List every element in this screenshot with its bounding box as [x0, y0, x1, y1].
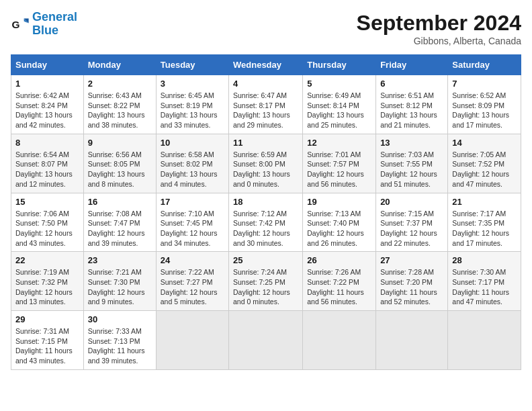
col-header-tuesday: Tuesday: [156, 55, 228, 75]
day-cell: 8Sunrise: 6:54 AM Sunset: 8:07 PM Daylig…: [11, 134, 84, 193]
day-number: 26: [307, 255, 371, 265]
day-number: 14: [452, 138, 517, 148]
day-cell: 25Sunrise: 7:24 AM Sunset: 7:25 PM Dayli…: [229, 252, 303, 311]
day-cell: 15Sunrise: 7:06 AM Sunset: 7:50 PM Dayli…: [11, 193, 84, 252]
day-number: 15: [15, 197, 79, 207]
day-detail: Sunrise: 6:49 AM Sunset: 8:14 PM Dayligh…: [307, 91, 371, 130]
day-cell: 30Sunrise: 7:33 AM Sunset: 7:13 PM Dayli…: [83, 311, 156, 370]
day-detail: Sunrise: 6:54 AM Sunset: 8:07 PM Dayligh…: [15, 150, 79, 189]
day-detail: Sunrise: 6:58 AM Sunset: 8:02 PM Dayligh…: [161, 150, 224, 189]
day-number: 16: [88, 197, 152, 207]
day-detail: Sunrise: 6:51 AM Sunset: 8:12 PM Dayligh…: [380, 91, 443, 130]
day-cell: [156, 311, 228, 370]
logo: G General Blue: [11, 11, 77, 38]
day-number: 5: [307, 79, 371, 89]
day-cell: 28Sunrise: 7:30 AM Sunset: 7:17 PM Dayli…: [448, 252, 521, 311]
svg-text:G: G: [11, 18, 19, 30]
day-detail: Sunrise: 6:56 AM Sunset: 8:05 PM Dayligh…: [88, 150, 152, 189]
day-number: 23: [88, 255, 152, 265]
day-cell: 24Sunrise: 7:22 AM Sunset: 7:27 PM Dayli…: [156, 252, 228, 311]
day-number: 8: [15, 138, 79, 148]
day-cell: 18Sunrise: 7:12 AM Sunset: 7:42 PM Dayli…: [229, 193, 303, 252]
title-block: September 2024 Gibbons, Alberta, Canada: [357, 11, 521, 46]
day-cell: 12Sunrise: 7:01 AM Sunset: 7:57 PM Dayli…: [303, 134, 376, 193]
day-detail: Sunrise: 7:24 AM Sunset: 7:25 PM Dayligh…: [233, 267, 298, 307]
day-cell: 26Sunrise: 7:26 AM Sunset: 7:22 PM Dayli…: [303, 252, 376, 311]
day-detail: Sunrise: 7:28 AM Sunset: 7:20 PM Dayligh…: [380, 267, 443, 307]
day-cell: 23Sunrise: 7:21 AM Sunset: 7:30 PM Dayli…: [83, 252, 156, 311]
week-row-5: 29Sunrise: 7:31 AM Sunset: 7:15 PM Dayli…: [11, 311, 521, 370]
day-cell: [448, 311, 521, 370]
day-number: 17: [161, 197, 224, 207]
day-detail: Sunrise: 7:01 AM Sunset: 7:57 PM Dayligh…: [307, 150, 371, 189]
day-number: 21: [452, 197, 517, 207]
week-row-4: 22Sunrise: 7:19 AM Sunset: 7:32 PM Dayli…: [11, 252, 521, 311]
day-cell: 9Sunrise: 6:56 AM Sunset: 8:05 PM Daylig…: [83, 134, 156, 193]
day-detail: Sunrise: 7:31 AM Sunset: 7:15 PM Dayligh…: [15, 326, 79, 366]
page-header: G General Blue September 2024 Gibbons, A…: [11, 11, 521, 46]
day-number: 1: [15, 79, 79, 89]
col-header-wednesday: Wednesday: [229, 55, 303, 75]
day-detail: Sunrise: 7:12 AM Sunset: 7:42 PM Dayligh…: [233, 209, 298, 248]
calendar-table: SundayMondayTuesdayWednesdayThursdayFrid…: [11, 54, 521, 370]
day-cell: 22Sunrise: 7:19 AM Sunset: 7:32 PM Dayli…: [11, 252, 84, 311]
day-detail: Sunrise: 7:17 AM Sunset: 7:35 PM Dayligh…: [452, 209, 517, 248]
day-cell: 17Sunrise: 7:10 AM Sunset: 7:45 PM Dayli…: [156, 193, 228, 252]
day-detail: Sunrise: 6:45 AM Sunset: 8:19 PM Dayligh…: [161, 91, 224, 130]
day-number: 6: [380, 79, 443, 89]
col-header-saturday: Saturday: [448, 55, 521, 75]
day-detail: Sunrise: 7:03 AM Sunset: 7:55 PM Dayligh…: [380, 150, 443, 189]
day-cell: 14Sunrise: 7:05 AM Sunset: 7:52 PM Dayli…: [448, 134, 521, 193]
day-detail: Sunrise: 6:47 AM Sunset: 8:17 PM Dayligh…: [233, 91, 298, 130]
day-cell: [376, 311, 448, 370]
day-cell: 21Sunrise: 7:17 AM Sunset: 7:35 PM Dayli…: [448, 193, 521, 252]
location-subtitle: Gibbons, Alberta, Canada: [357, 36, 521, 46]
day-cell: 2Sunrise: 6:43 AM Sunset: 8:22 PM Daylig…: [83, 75, 156, 134]
day-number: 24: [161, 255, 224, 265]
col-header-sunday: Sunday: [11, 55, 84, 75]
day-cell: [303, 311, 376, 370]
day-cell: 11Sunrise: 6:59 AM Sunset: 8:00 PM Dayli…: [229, 134, 303, 193]
day-number: 3: [161, 79, 224, 89]
day-detail: Sunrise: 7:19 AM Sunset: 7:32 PM Dayligh…: [15, 267, 79, 307]
day-number: 28: [452, 255, 517, 265]
day-cell: 7Sunrise: 6:52 AM Sunset: 8:09 PM Daylig…: [448, 75, 521, 134]
logo-icon: G: [11, 15, 30, 34]
week-row-3: 15Sunrise: 7:06 AM Sunset: 7:50 PM Dayli…: [11, 193, 521, 252]
day-detail: Sunrise: 7:05 AM Sunset: 7:52 PM Dayligh…: [452, 150, 517, 189]
day-cell: 10Sunrise: 6:58 AM Sunset: 8:02 PM Dayli…: [156, 134, 228, 193]
day-number: 12: [307, 138, 371, 148]
day-detail: Sunrise: 7:33 AM Sunset: 7:13 PM Dayligh…: [88, 326, 152, 366]
day-number: 2: [88, 79, 152, 89]
day-number: 22: [15, 255, 79, 265]
day-cell: 20Sunrise: 7:15 AM Sunset: 7:37 PM Dayli…: [376, 193, 448, 252]
day-number: 10: [161, 138, 224, 148]
day-detail: Sunrise: 6:59 AM Sunset: 8:00 PM Dayligh…: [233, 150, 298, 189]
day-cell: 29Sunrise: 7:31 AM Sunset: 7:15 PM Dayli…: [11, 311, 84, 370]
day-number: 4: [233, 79, 298, 89]
day-detail: Sunrise: 7:22 AM Sunset: 7:27 PM Dayligh…: [161, 267, 224, 307]
calendar-header-row: SundayMondayTuesdayWednesdayThursdayFrid…: [11, 55, 521, 75]
day-number: 25: [233, 255, 298, 265]
day-cell: 19Sunrise: 7:13 AM Sunset: 7:40 PM Dayli…: [303, 193, 376, 252]
day-number: 20: [380, 197, 443, 207]
day-detail: Sunrise: 6:42 AM Sunset: 8:24 PM Dayligh…: [15, 91, 79, 130]
day-detail: Sunrise: 7:30 AM Sunset: 7:17 PM Dayligh…: [452, 267, 517, 307]
day-cell: [229, 311, 303, 370]
week-row-2: 8Sunrise: 6:54 AM Sunset: 8:07 PM Daylig…: [11, 134, 521, 193]
col-header-thursday: Thursday: [303, 55, 376, 75]
day-detail: Sunrise: 7:21 AM Sunset: 7:30 PM Dayligh…: [88, 267, 152, 307]
day-number: 11: [233, 138, 298, 148]
day-number: 13: [380, 138, 443, 148]
day-number: 19: [307, 197, 371, 207]
day-detail: Sunrise: 7:15 AM Sunset: 7:37 PM Dayligh…: [380, 209, 443, 248]
day-cell: 1Sunrise: 6:42 AM Sunset: 8:24 PM Daylig…: [11, 75, 84, 134]
day-cell: 16Sunrise: 7:08 AM Sunset: 7:47 PM Dayli…: [83, 193, 156, 252]
month-title: September 2024: [357, 11, 521, 36]
day-number: 29: [15, 314, 79, 324]
col-header-monday: Monday: [83, 55, 156, 75]
col-header-friday: Friday: [376, 55, 448, 75]
day-number: 27: [380, 255, 443, 265]
day-cell: 4Sunrise: 6:47 AM Sunset: 8:17 PM Daylig…: [229, 75, 303, 134]
week-row-1: 1Sunrise: 6:42 AM Sunset: 8:24 PM Daylig…: [11, 75, 521, 134]
